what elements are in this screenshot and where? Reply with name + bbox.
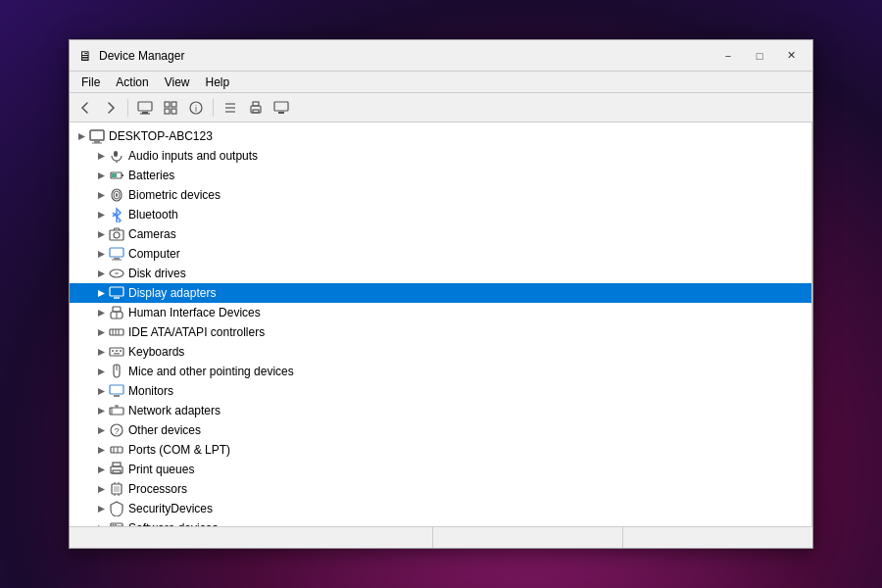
menu-view[interactable]: View: [157, 74, 198, 91]
list-item[interactable]: IDE ATA/ATAPI controllers: [70, 322, 811, 342]
expand-icon[interactable]: [93, 207, 109, 222]
close-button[interactable]: ✕: [777, 45, 805, 67]
list-item[interactable]: Print queues: [70, 460, 811, 479]
menu-help[interactable]: Help: [198, 74, 238, 91]
security-label: SecurityDevices: [128, 502, 213, 515]
list-item[interactable]: Software devices: [70, 518, 811, 526]
svg-marker-92: [98, 525, 105, 527]
list-item[interactable]: Human Interface Devices: [70, 303, 811, 322]
svg-rect-49: [113, 307, 121, 312]
toolbar-info-button[interactable]: i: [184, 96, 208, 120]
menu-file[interactable]: File: [74, 74, 108, 91]
hid-icon: [109, 305, 124, 320]
list-item[interactable]: Cameras: [70, 224, 811, 244]
toolbar-list-button[interactable]: [219, 96, 242, 120]
svg-marker-17: [78, 133, 85, 140]
software-label: Software devices: [128, 521, 218, 526]
list-item[interactable]: Bluetooth: [70, 205, 811, 224]
list-item[interactable]: Batteries: [70, 166, 811, 185]
expand-icon[interactable]: [93, 285, 109, 301]
expand-icon[interactable]: [93, 481, 109, 497]
svg-rect-14: [253, 110, 259, 113]
expand-icon[interactable]: [93, 462, 109, 477]
toolbar-monitor-button[interactable]: [270, 96, 293, 120]
list-item[interactable]: Biometric devices: [70, 185, 811, 205]
toolbar-back-button[interactable]: [74, 96, 97, 120]
expand-root-icon[interactable]: [74, 128, 89, 144]
window-title: Device Manager: [99, 49, 184, 63]
expand-icon[interactable]: [93, 148, 109, 164]
device-tree[interactable]: DESKTOP-ABC123 Audio inputs and outputs: [70, 122, 812, 526]
svg-rect-4: [172, 102, 176, 107]
list-item[interactable]: ? Other devices: [70, 420, 811, 440]
svg-marker-45: [98, 290, 105, 297]
svg-text:i: i: [195, 104, 197, 114]
batteries-icon: [109, 168, 124, 183]
expand-icon[interactable]: [93, 168, 109, 183]
cameras-icon: [109, 226, 124, 242]
titlebar-left: 🖥 Device Manager: [77, 48, 184, 64]
otherdevices-label: Other devices: [128, 423, 201, 437]
expand-icon[interactable]: [93, 324, 109, 340]
svg-marker-35: [98, 231, 105, 238]
toolbar-view-button[interactable]: [159, 96, 182, 120]
expand-icon[interactable]: [93, 266, 109, 281]
list-item[interactable]: Processors: [70, 479, 811, 499]
expand-icon[interactable]: [93, 442, 109, 458]
toolbar-separator-2: [213, 99, 214, 117]
status-segment-3: [623, 527, 812, 548]
titlebar: 🖥 Device Manager − □ ✕: [70, 40, 812, 72]
svg-rect-13: [253, 102, 259, 106]
otherdevices-icon: ?: [109, 422, 124, 438]
bluetooth-icon: [109, 207, 124, 222]
diskdrives-icon: [109, 266, 124, 281]
svg-marker-65: [98, 388, 105, 395]
svg-marker-73: [98, 427, 105, 434]
mice-label: Mice and other pointing devices: [128, 365, 294, 378]
content-area: DESKTOP-ABC123 Audio inputs and outputs: [70, 122, 812, 526]
svg-rect-67: [114, 395, 120, 397]
menubar: File Action View Help: [70, 72, 812, 93]
expand-icon[interactable]: [93, 422, 109, 438]
menu-action[interactable]: Action: [108, 74, 156, 91]
expand-icon[interactable]: [93, 520, 109, 526]
expand-icon[interactable]: [93, 187, 109, 203]
toolbar-forward-button[interactable]: [99, 96, 122, 120]
display-adapters-item[interactable]: Display adapters: [70, 283, 811, 303]
expand-icon[interactable]: [93, 383, 109, 399]
svg-rect-46: [110, 287, 123, 296]
expand-icon[interactable]: [93, 364, 109, 379]
list-item[interactable]: Monitors: [70, 381, 811, 401]
svg-marker-57: [98, 349, 105, 356]
mice-icon: [109, 364, 124, 379]
list-item[interactable]: Keyboards: [70, 342, 811, 362]
list-item[interactable]: Network adapters: [70, 401, 811, 420]
list-item[interactable]: Mice and other pointing devices: [70, 362, 811, 381]
expand-icon[interactable]: [93, 403, 109, 418]
batteries-label: Batteries: [128, 169, 174, 182]
root-label: DESKTOP-ABC123: [109, 129, 213, 143]
toolbar-computer-button[interactable]: [133, 96, 157, 120]
expand-icon[interactable]: [93, 246, 109, 262]
maximize-button[interactable]: □: [746, 45, 773, 67]
statusbar: [70, 526, 812, 548]
status-segment-1: [70, 527, 433, 548]
expand-icon[interactable]: [93, 226, 109, 242]
list-item[interactable]: Ports (COM & LPT): [70, 440, 811, 460]
tree-root[interactable]: DESKTOP-ABC123: [70, 126, 811, 146]
expand-icon[interactable]: [93, 305, 109, 320]
toolbar-print-button[interactable]: [244, 96, 268, 120]
list-item[interactable]: Disk drives: [70, 264, 811, 283]
svg-rect-5: [165, 109, 170, 114]
expand-icon[interactable]: [93, 344, 109, 360]
svg-text:?: ?: [114, 426, 119, 436]
expand-icon[interactable]: [93, 501, 109, 516]
list-item[interactable]: Computer: [70, 244, 811, 264]
svg-rect-26: [122, 174, 123, 176]
minimize-button[interactable]: −: [714, 45, 742, 67]
list-item[interactable]: Audio inputs and outputs: [70, 146, 811, 166]
svg-marker-42: [98, 270, 105, 277]
list-item[interactable]: SecurityDevices: [70, 499, 811, 518]
titlebar-controls: − □ ✕: [714, 45, 805, 67]
svg-point-31: [116, 193, 118, 197]
